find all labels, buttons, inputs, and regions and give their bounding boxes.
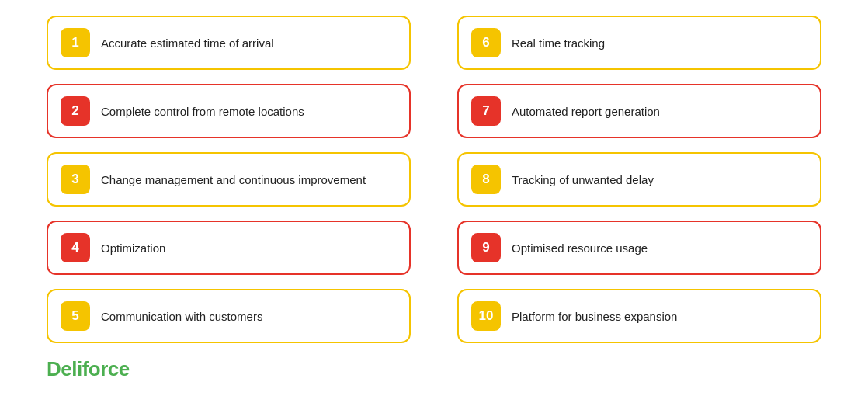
badge-3: 3: [61, 165, 90, 194]
card-label-5: Communication with customers: [101, 308, 262, 325]
card-item-4: 4Optimization: [47, 221, 411, 275]
badge-9: 9: [471, 233, 501, 262]
card-label-7: Automated report generation: [512, 103, 660, 120]
card-item-6: 6Real time tracking: [457, 16, 821, 70]
logo: Deliforce: [47, 357, 130, 381]
badge-6: 6: [471, 28, 501, 57]
card-label-3: Change management and continuous improve…: [101, 172, 366, 188]
cards-grid: 1Accurate estimated time of arrival6Real…: [47, 16, 821, 343]
card-item-8: 8Tracking of unwanted delay: [457, 152, 821, 207]
logo-text: Deliforce: [47, 357, 130, 381]
badge-8: 8: [471, 165, 501, 194]
card-label-9: Optimised resource usage: [512, 240, 648, 256]
logo-prefix: Deli: [47, 357, 82, 380]
card-label-10: Platform for business expansion: [512, 308, 677, 325]
card-item-7: 7Automated report generation: [457, 84, 821, 138]
card-item-2: 2Complete control from remote locations: [47, 84, 411, 138]
badge-10: 10: [471, 301, 501, 331]
badge-7: 7: [471, 96, 501, 126]
badge-4: 4: [61, 233, 90, 262]
card-label-1: Accurate estimated time of arrival: [101, 35, 274, 51]
card-label-8: Tracking of unwanted delay: [512, 172, 654, 188]
card-label-4: Optimization: [101, 240, 165, 256]
card-item-9: 9Optimised resource usage: [457, 221, 821, 275]
card-item-1: 1Accurate estimated time of arrival: [47, 16, 411, 70]
card-item-5: 5Communication with customers: [47, 289, 411, 343]
logo-suffix: orce: [89, 357, 130, 380]
logo-highlight: f: [82, 357, 89, 380]
card-item-3: 3Change management and continuous improv…: [47, 152, 411, 207]
card-label-6: Real time tracking: [512, 35, 605, 51]
card-item-10: 10Platform for business expansion: [457, 289, 821, 343]
badge-5: 5: [61, 301, 90, 331]
badge-2: 2: [61, 96, 90, 126]
badge-1: 1: [61, 28, 90, 57]
card-label-2: Complete control from remote locations: [101, 103, 304, 120]
